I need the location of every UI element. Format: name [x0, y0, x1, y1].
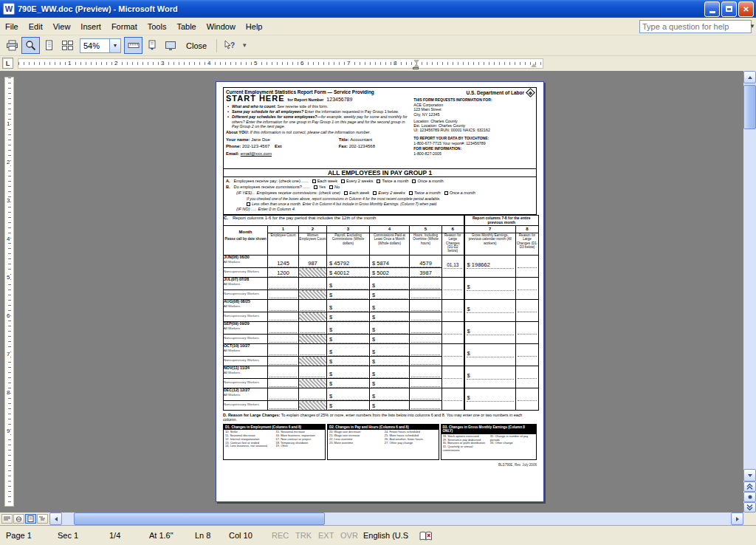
h-ruler-number: 2 — [114, 60, 118, 67]
col-header: Payroll, Excluding Commissions (Whole do… — [327, 233, 370, 256]
close-preview-button[interactable]: Close — [179, 37, 213, 54]
zoom-combobox[interactable]: 54% ▼ — [80, 38, 121, 53]
h-ruler[interactable]: 12345678 — [18, 58, 543, 69]
magnifier-button[interactable] — [21, 37, 40, 54]
status-ovr-toggle[interactable]: OVR — [340, 531, 358, 540]
svg-text:?: ? — [230, 41, 235, 49]
multiple-pages-button[interactable] — [58, 37, 77, 54]
h-ruler-ticks — [18, 59, 543, 68]
print-layout-view-button[interactable] — [25, 514, 36, 524]
full-screen-button[interactable] — [161, 37, 179, 54]
nonsupervisory-label-cell: Nonsupervisory Workers — [224, 401, 268, 411]
tab-stop-selector[interactable]: L — [2, 58, 13, 69]
month-cell: DEC(12) 12/27All Workers — [224, 388, 268, 401]
reason8-cell — [516, 322, 539, 344]
zoom-dropdown-arrow[interactable]: ▼ — [109, 39, 120, 52]
v-ruler-number: 9 — [6, 428, 10, 435]
menu-item-view[interactable]: View — [48, 20, 76, 33]
question-input[interactable] — [640, 22, 749, 31]
vertical-scroll-track[interactable] — [743, 83, 756, 469]
status-rec-toggle[interactable]: REC — [272, 531, 289, 540]
menu-item-insert[interactable]: Insert — [75, 20, 106, 33]
web-layout-view-button[interactable] — [13, 514, 24, 524]
col-number: 1 — [268, 226, 299, 233]
status-ext-toggle[interactable]: EXT — [318, 531, 334, 540]
d-box-items: 20. Wage rate decrease21. Wage rate incr… — [328, 430, 439, 455]
toolbar-options-button[interactable]: ▼ — [238, 42, 250, 49]
table-cell — [299, 344, 327, 357]
table-cell: $ 40012 — [327, 268, 370, 278]
previous-page-button[interactable] — [743, 481, 756, 492]
spelling-status-icon[interactable] — [419, 531, 433, 543]
d-box-items: 28. Stock options exercised29. Severance… — [441, 434, 537, 459]
menu-item-tools[interactable]: Tools — [142, 20, 172, 33]
scroll-up-button[interactable] — [743, 71, 756, 83]
checkbox-icon — [344, 191, 348, 195]
checkbox-icon — [329, 185, 333, 189]
left-indent-marker[interactable] — [413, 67, 419, 69]
hatched-cell — [299, 312, 327, 322]
double-chevron-down-icon — [746, 504, 754, 511]
pay-group-banner: ALL EMPLOYEES IN PAY GROUP 1 — [223, 168, 537, 177]
hatched-cell — [299, 268, 327, 278]
menu-item-edit[interactable]: Edit — [24, 20, 48, 33]
select-browse-object-button[interactable] — [743, 492, 756, 502]
contact-phone: 202-123-4567 — [242, 144, 269, 148]
table-cell: $ — [370, 322, 410, 335]
start-here-label: START HERE — [226, 96, 284, 101]
menu-item-help[interactable]: Help — [241, 20, 268, 33]
horizontal-scrollbar[interactable] — [0, 513, 756, 525]
section-d-paragraph: D. Reason for Large Changes: To explain … — [223, 413, 537, 422]
outline-view-button[interactable] — [37, 514, 48, 524]
table-cell: $ — [327, 322, 370, 335]
ruler-row: L 12345678 — [0, 56, 743, 71]
view-ruler-button[interactable] — [124, 37, 142, 54]
next-page-button[interactable] — [743, 502, 756, 513]
minimize-icon — [709, 11, 715, 13]
reason6-cell — [442, 322, 464, 344]
shrink-to-fit-icon — [147, 40, 157, 51]
scroll-down-button[interactable] — [743, 469, 756, 481]
commission-option-twice-a-month: Twice a month — [409, 191, 441, 196]
col-number: 7 — [464, 226, 516, 233]
window-title: 790E_WW.doc (Preview) - Microsoft Word — [18, 4, 178, 13]
document-page[interactable]: Current Employment Statistics Report For… — [216, 81, 544, 502]
print-button[interactable] — [3, 37, 21, 54]
close-button[interactable]: ✕ — [738, 1, 754, 17]
report-table: C.Report columns 1-6 for the pay period … — [223, 215, 539, 411]
help-button[interactable]: ? — [220, 37, 238, 54]
question-box[interactable]: ▼ — [639, 20, 752, 33]
table-cell: $ — [370, 344, 410, 357]
horizontal-scroll-track[interactable] — [62, 513, 731, 525]
vertical-scroll-thumb[interactable] — [743, 85, 756, 129]
d-box-item: 27. Other pay change — [385, 442, 437, 445]
horizontal-scroll-thumb[interactable] — [74, 513, 325, 525]
status-page-of[interactable]: 1/4 — [109, 531, 120, 540]
status-trk-toggle[interactable]: TRK — [295, 531, 312, 540]
shrink-to-fit-button[interactable] — [142, 37, 161, 54]
menu-item-format[interactable]: Format — [106, 20, 142, 33]
scroll-right-button[interactable] — [731, 513, 743, 525]
one-page-button[interactable] — [40, 37, 58, 54]
table-cell — [299, 366, 327, 379]
status-page[interactable]: Page 1 — [6, 531, 32, 540]
table-cell: $ — [370, 335, 410, 344]
chevron-down-icon[interactable]: ▼ — [749, 21, 755, 32]
menu-item-table[interactable]: Table — [171, 20, 201, 33]
reason6-cell — [442, 366, 464, 388]
scroll-left-button[interactable] — [49, 513, 62, 525]
vertical-scrollbar[interactable] — [743, 71, 756, 513]
toolbar-separator — [216, 39, 217, 52]
nonsupervisory-label-cell: Nonsupervisory Workers — [224, 379, 268, 388]
v-ruler[interactable]: 123456789 — [4, 77, 14, 507]
maximize-button[interactable] — [721, 1, 737, 17]
minimize-button[interactable] — [704, 1, 720, 17]
right-indent-marker[interactable] — [531, 64, 537, 67]
menu-item-window[interactable]: Window — [202, 20, 241, 33]
checkbox-icon — [247, 202, 250, 206]
status-section[interactable]: Sec 1 — [58, 531, 78, 540]
menu-item-file[interactable]: File — [0, 20, 24, 33]
normal-view-button[interactable] — [1, 514, 13, 524]
commission-option-each-week: Each week — [344, 191, 369, 196]
checkbox-icon — [377, 179, 380, 183]
